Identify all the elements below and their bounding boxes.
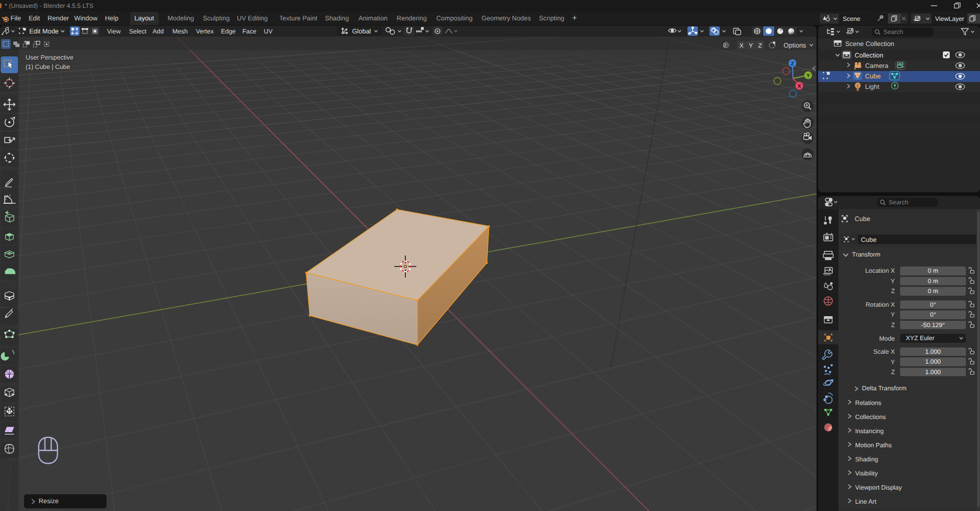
svg-text:Search: Search [889, 199, 908, 206]
svg-text:Search: Search [883, 28, 903, 36]
svg-text:Z: Z [759, 43, 762, 49]
svg-text:Options: Options [784, 42, 806, 49]
svg-text:Mesh: Mesh [172, 28, 188, 35]
svg-text:Add: Add [153, 28, 164, 35]
svg-text:Light: Light [865, 83, 880, 90]
svg-text:Cube: Cube [855, 215, 870, 223]
svg-text:Z: Z [791, 61, 794, 67]
svg-text:ViewLayer: ViewLayer [935, 15, 964, 22]
svg-text:Scene Collection: Scene Collection [845, 40, 894, 48]
svg-text:Global: Global [352, 28, 371, 35]
svg-text:Edge: Edge [221, 28, 236, 35]
svg-text:Camera: Camera [865, 62, 889, 69]
svg-text:Y: Y [807, 73, 810, 79]
svg-text:Cube: Cube [865, 73, 881, 80]
svg-text:Edit Mode: Edit Mode [29, 28, 59, 35]
svg-text:Collection: Collection [855, 52, 883, 59]
svg-text:Face: Face [242, 28, 256, 35]
svg-text:Cube: Cube [861, 236, 877, 243]
svg-text:X: X [740, 43, 744, 49]
svg-text:Scene: Scene [843, 15, 860, 22]
svg-text:Y: Y [749, 43, 753, 49]
svg-text:Select: Select [129, 28, 147, 35]
svg-text:UV: UV [264, 28, 273, 35]
svg-text:Vertex: Vertex [196, 28, 214, 35]
svg-text:View: View [107, 28, 121, 35]
svg-text:X: X [798, 84, 801, 89]
